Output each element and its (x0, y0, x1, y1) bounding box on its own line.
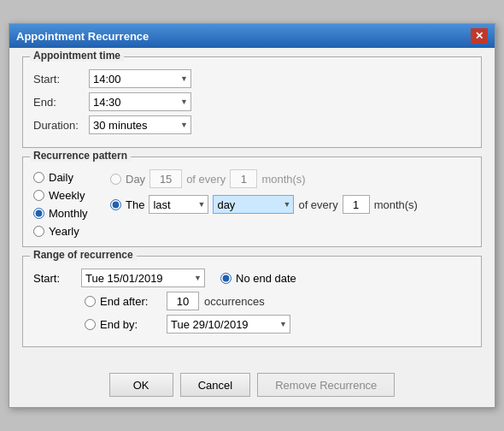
range-label: Range of recurrence (30, 249, 137, 261)
yearly-radio[interactable] (33, 226, 44, 237)
footer: OK Cancel Remove Recurrence (9, 366, 495, 407)
cancel-button[interactable]: Cancel (180, 373, 250, 397)
weekly-label: Weekly (49, 189, 85, 202)
pattern-type-list: Daily Weekly Monthly Yearly (33, 169, 102, 238)
daily-radio[interactable] (33, 172, 44, 183)
range-start-label: Start: (33, 272, 76, 285)
daily-radio-label[interactable]: Daily (33, 171, 102, 184)
day-type-select[interactable]: day weekday weekend day Sunday Monday Tu… (213, 195, 294, 214)
recurrence-pattern-group: Recurrence pattern Daily Weekly Monthl (22, 156, 482, 247)
range-start-select[interactable]: Tue 15/01/2019 (81, 269, 205, 287)
yearly-label: Yearly (49, 225, 79, 238)
window-title: Appointment Recurrence (16, 30, 149, 43)
end-by-row: End by: Tue 29/10/2019 (85, 315, 471, 334)
range-start-select-wrapper: Tue 15/01/2019 (81, 269, 205, 287)
recurrence-pattern-body: Daily Weekly Monthly Yearly (33, 169, 471, 238)
end-after-radio[interactable] (85, 296, 96, 307)
close-button[interactable]: ✕ (471, 28, 488, 44)
appointment-time-group: Appointment time Start: 14:00 14:30 15:0… (22, 56, 482, 148)
duration-select[interactable]: 30 minutes 1 hour (89, 115, 191, 134)
start-select[interactable]: 14:00 14:30 15:00 (89, 69, 191, 88)
appointment-time-label: Appointment time (30, 50, 124, 62)
recurrence-pattern-label: Recurrence pattern (30, 150, 131, 162)
no-end-date-label[interactable]: No end date (220, 272, 296, 285)
duration-select-wrapper: 30 minutes 1 hour (89, 115, 191, 134)
end-by-text: End by: (100, 318, 138, 331)
end-after-radio-label[interactable]: End after: (85, 295, 161, 308)
remove-recurrence-button[interactable]: Remove Recurrence (257, 373, 395, 397)
the-radio-label[interactable]: The (110, 198, 144, 211)
end-by-select[interactable]: Tue 29/10/2019 (167, 315, 290, 334)
end-by-radio-label[interactable]: End by: (85, 318, 161, 331)
day-type-select-wrapper: day weekday weekend day Sunday Monday Tu… (213, 195, 294, 214)
end-row: End: 14:30 15:00 (33, 92, 471, 111)
no-end-date-text: No end date (236, 272, 296, 285)
day-radio[interactable] (110, 174, 121, 185)
end-select[interactable]: 14:30 15:00 (89, 92, 191, 111)
months-text-1: month(s) (261, 173, 305, 186)
day-text: Day (126, 173, 145, 186)
start-select-wrapper: 14:00 14:30 15:00 (89, 69, 191, 88)
end-after-input[interactable] (167, 292, 199, 310)
end-label: End: (33, 96, 89, 109)
day-radio-label[interactable]: Day (110, 173, 145, 186)
end-after-text: End after: (100, 295, 148, 308)
monthly-radio[interactable] (33, 208, 44, 219)
no-end-date-radio[interactable] (220, 273, 231, 284)
monthly-radio-label[interactable]: Monthly (33, 207, 102, 220)
of-every-text-1: of every (186, 173, 226, 186)
window: Appointment Recurrence ✕ Appointment tim… (9, 23, 495, 408)
start-label: Start: (33, 73, 89, 86)
position-select-wrapper: first second third fourth last (149, 195, 208, 214)
ok-button[interactable]: OK (109, 373, 173, 397)
end-by-select-wrapper: Tue 29/10/2019 (167, 315, 290, 334)
month-num-input-2[interactable] (343, 195, 370, 214)
weekly-radio-label[interactable]: Weekly (33, 189, 102, 202)
end-after-row: End after: occurrences (85, 292, 471, 310)
position-select[interactable]: first second third fourth last (149, 195, 208, 214)
monthly-label: Monthly (49, 207, 88, 220)
the-radio[interactable] (110, 199, 121, 210)
yearly-radio-label[interactable]: Yearly (33, 225, 102, 238)
duration-label: Duration: (33, 119, 89, 132)
day-of-month-row: Day of every month(s) (110, 169, 471, 188)
daily-label: Daily (49, 171, 73, 184)
end-by-radio[interactable] (85, 319, 96, 330)
the-day-row: The first second third fourth last (110, 195, 471, 214)
weekly-radio[interactable] (33, 190, 44, 201)
pattern-options: Day of every month(s) The (102, 169, 471, 238)
day-num-input[interactable] (149, 169, 182, 188)
start-row: Start: 14:00 14:30 15:00 (33, 69, 471, 88)
month-num-input-1[interactable] (230, 169, 257, 188)
content-area: Appointment time Start: 14:00 14:30 15:0… (9, 48, 495, 366)
months-text-2: month(s) (374, 198, 418, 211)
range-of-recurrence-group: Range of recurrence Start: Tue 15/01/201… (22, 256, 482, 347)
occurrences-text: occurrences (204, 295, 265, 308)
title-bar: Appointment Recurrence ✕ (9, 24, 495, 48)
the-text: The (126, 198, 144, 211)
end-select-wrapper: 14:30 15:00 (89, 92, 191, 111)
duration-row: Duration: 30 minutes 1 hour (33, 115, 471, 134)
range-start-row: Start: Tue 15/01/2019 No end date (33, 269, 471, 287)
of-every-text-2: of every (298, 198, 337, 211)
